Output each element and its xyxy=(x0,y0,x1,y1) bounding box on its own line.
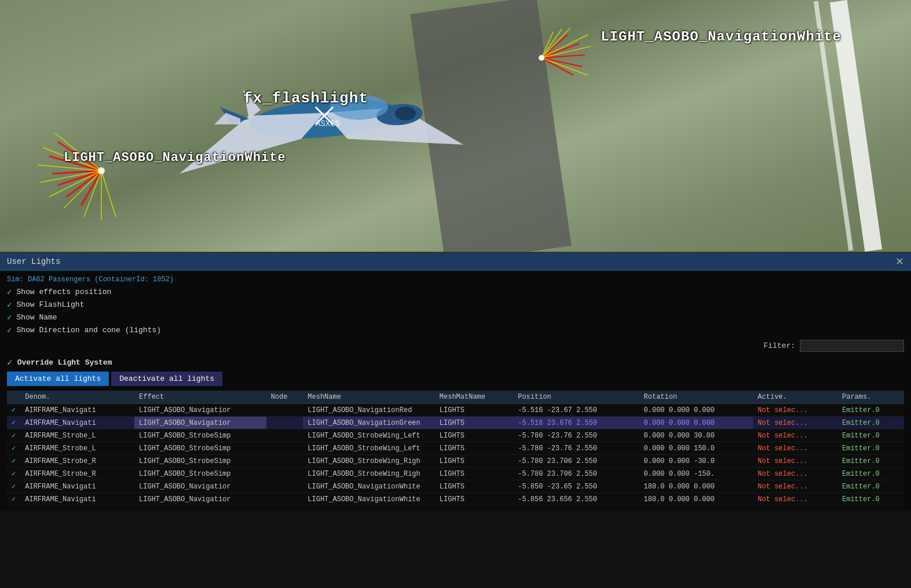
row-denom: AIRFRAME_Navigati xyxy=(20,417,134,429)
table-row[interactable]: ✓AIRFRAME_NavigatiLIGHT_ASOBO_Navigatior… xyxy=(7,417,904,429)
filter-input[interactable] xyxy=(800,340,904,352)
th-meshmatname: MeshMatName xyxy=(435,391,513,404)
row-meshmatname: LIGHTS xyxy=(435,455,513,468)
row-rotation: 0.000 0.000 -150. xyxy=(639,468,753,480)
th-node: Node xyxy=(266,391,303,404)
row-effect: LIGHT_ASOBO_StrobeSimp xyxy=(134,468,266,480)
row-check: ✓ xyxy=(7,417,20,429)
row-params: Emitter.0 xyxy=(837,468,904,480)
checkbox-show-name[interactable]: ✓ Show Name xyxy=(7,313,904,322)
row-node xyxy=(266,480,303,493)
table-row[interactable]: ✓AIRFRAME_NavigatiLIGHT_ASOBO_Navigatior… xyxy=(7,493,904,506)
row-node xyxy=(266,442,303,455)
row-node xyxy=(266,404,303,417)
th-effect: Effect xyxy=(134,391,266,404)
row-params: Emitter.0 xyxy=(837,493,904,506)
row-params: Emitter.0 xyxy=(837,417,904,429)
row-rotation: 0.000 0.000 150.0 xyxy=(639,442,753,455)
panel: User Lights ✕ Sim: DA62 Passengers (Cont… xyxy=(0,252,911,588)
sim-info: Sim: DA62 Passengers (ContainerId: 1852) xyxy=(7,275,904,284)
activate-all-button[interactable]: Activate all lights xyxy=(7,372,109,386)
label-nav-white-top: LIGHT_ASOBO_NavigationWhite xyxy=(601,29,842,45)
row-active: Not selec... xyxy=(753,404,837,417)
row-rotation: 180.0 0.000 0.000 xyxy=(639,480,753,493)
row-position: -5.780 -23.76 2.550 xyxy=(513,442,639,455)
row-denom: AIRFRAME_Strobe_L xyxy=(20,442,134,455)
viewport: ASXGS LIGHT_ASOBO_NavigationWhite fx_fla… xyxy=(0,0,911,252)
label-flashlight: fx_flashlight xyxy=(243,90,368,107)
row-denom: AIRFRAME_Strobe_L xyxy=(20,429,134,442)
th-params: Params. xyxy=(837,391,904,404)
row-meshname: LIGHT_ASOBO_StrobeWing_Righ xyxy=(303,455,435,468)
row-position: -5.850 -23.65 2.550 xyxy=(513,480,639,493)
row-active: Not selec... xyxy=(753,442,837,455)
check-show-flashlight-label: Show FlashLight xyxy=(16,300,84,309)
check-show-effects-icon: ✓ xyxy=(7,287,12,297)
row-effect: LIGHT_ASOBO_Navigatior xyxy=(134,493,266,506)
row-meshname: LIGHT_ASOBO_NavigationRed xyxy=(303,404,435,417)
row-active: Not selec... xyxy=(753,429,837,442)
panel-title: User Lights xyxy=(7,257,60,266)
row-meshmatname: LIGHTS xyxy=(435,480,513,493)
row-node xyxy=(266,417,303,429)
th-rotation: Rotation xyxy=(639,391,753,404)
table-row[interactable]: ✓AIRFRAME_Strobe_RLIGHT_ASOBO_StrobeSimp… xyxy=(7,455,904,468)
row-meshmatname: LIGHTS xyxy=(435,417,513,429)
row-position: -5.780 23.706 2.550 xyxy=(513,468,639,480)
row-denom: AIRFRAME_Navigati xyxy=(20,404,134,417)
row-active: Not selec... xyxy=(753,480,837,493)
row-check: ✓ xyxy=(7,404,20,417)
row-active: Not selec... xyxy=(753,455,837,468)
lights-table: Denom. Effect Node MeshName MeshMatName … xyxy=(7,391,904,506)
check-override-icon: ✓ xyxy=(7,357,13,368)
row-meshmatname: LIGHTS xyxy=(435,468,513,480)
checkbox-show-direction[interactable]: ✓ Show Direction and cone (lights) xyxy=(7,325,904,335)
checkbox-show-flashlight[interactable]: ✓ Show FlashLight xyxy=(7,300,904,310)
check-show-flashlight-icon: ✓ xyxy=(7,300,12,310)
row-effect: LIGHT_ASOBO_StrobeSimp xyxy=(134,442,266,455)
check-show-name-icon: ✓ xyxy=(7,313,12,322)
checkbox-show-effects[interactable]: ✓ Show effects position xyxy=(7,287,904,297)
table-row[interactable]: ✓AIRFRAME_Strobe_LLIGHT_ASOBO_StrobeSimp… xyxy=(7,442,904,455)
row-params: Emitter.0 xyxy=(837,404,904,417)
table-row[interactable]: ✓AIRFRAME_NavigatiLIGHT_ASOBO_Navigatior… xyxy=(7,480,904,493)
row-position: -5.856 23.656 2.550 xyxy=(513,493,639,506)
label-nav-white-left: LIGHT_ASOBO_NavigationWhite xyxy=(64,150,286,165)
row-active: Not selec... xyxy=(753,493,837,506)
row-rotation: 0.000 0.000 -30.0 xyxy=(639,455,753,468)
row-check: ✓ xyxy=(7,480,20,493)
filter-row: Filter: xyxy=(7,340,904,352)
row-check: ✓ xyxy=(7,493,20,506)
row-meshmatname: LIGHTS xyxy=(435,429,513,442)
row-meshname: LIGHT_ASOBO_StrobeWing_Righ xyxy=(303,468,435,480)
row-position: -5.780 -23.76 2.550 xyxy=(513,429,639,442)
table-row[interactable]: ✓AIRFRAME_Strobe_RLIGHT_ASOBO_StrobeSimp… xyxy=(7,468,904,480)
filter-container: Filter: xyxy=(763,340,904,352)
row-meshmatname: LIGHTS xyxy=(435,404,513,417)
row-params: Emitter.0 xyxy=(837,442,904,455)
row-rotation: 0.000 0.000 30.00 xyxy=(639,429,753,442)
row-denom: AIRFRAME_Strobe_R xyxy=(20,468,134,480)
row-check: ✓ xyxy=(7,468,20,480)
check-show-direction-label: Show Direction and cone (lights) xyxy=(16,326,161,335)
table-row[interactable]: ✓AIRFRAME_Strobe_LLIGHT_ASOBO_StrobeSimp… xyxy=(7,429,904,442)
override-label: Override Light System xyxy=(17,358,112,367)
table-header-row: Denom. Effect Node MeshName MeshMatName … xyxy=(7,391,904,404)
row-meshname: LIGHT_ASOBO_NavigationGreen xyxy=(303,417,435,429)
row-position: -5.516 23.676 2.550 xyxy=(513,417,639,429)
lights-table-body: ✓AIRFRAME_NavigatiLIGHT_ASOBO_Navigatior… xyxy=(7,404,904,506)
button-row: Activate all lights Deactivate all light… xyxy=(7,372,904,386)
table-row[interactable]: ✓AIRFRAME_NavigatiLIGHT_ASOBO_Navigatior… xyxy=(7,404,904,417)
row-params: Emitter.0 xyxy=(837,480,904,493)
lights-table-container: Denom. Effect Node MeshName MeshMatName … xyxy=(7,391,904,506)
row-effect: LIGHT_ASOBO_Navigatior xyxy=(134,417,266,429)
override-row[interactable]: ✓ Override Light System xyxy=(7,357,904,368)
row-meshname: LIGHT_ASOBO_StrobeWing_Left xyxy=(303,442,435,455)
row-rotation: 0.000 0.000 0.000 xyxy=(639,404,753,417)
close-button[interactable]: ✕ xyxy=(895,256,904,267)
row-node xyxy=(266,455,303,468)
deactivate-all-button[interactable]: Deactivate all lights xyxy=(111,372,222,386)
row-meshname: LIGHT_ASOBO_NavigationWhite xyxy=(303,493,435,506)
row-active: Not selec... xyxy=(753,417,837,429)
row-effect: LIGHT_ASOBO_Navigatior xyxy=(134,480,266,493)
